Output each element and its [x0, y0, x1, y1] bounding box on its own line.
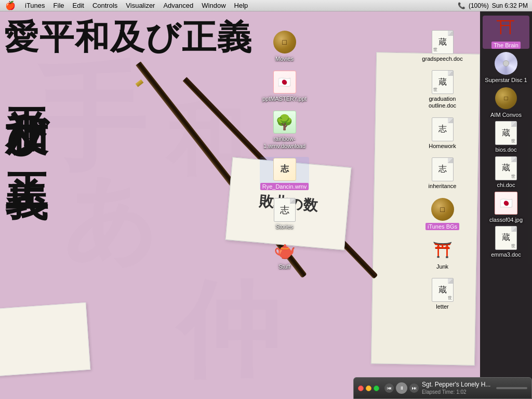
emma3-label: emma3.doc: [491, 251, 521, 258]
itunes-player: ⏮ ⏸ ⏭ Sgt. Pepper's Lonely H... Elapsed …: [353, 377, 532, 399]
icon-homework[interactable]: 志 Homework: [418, 117, 467, 150]
main-kanji-header: 愛平和及び正義: [4, 19, 252, 55]
classof04-label: classof04.jpg: [489, 217, 523, 223]
desktop: 手 あ 仲 和 愛平和及び正義 平和及び正義 敗北の数 Movies: [0, 11, 532, 399]
menu-file[interactable]: File: [49, 2, 69, 9]
graduation-label: graduation outline.doc: [419, 96, 466, 109]
close-button[interactable]: [358, 385, 364, 391]
minimize-button[interactable]: [366, 385, 371, 391]
icon-stuff[interactable]: 🫖 Stuff: [260, 237, 309, 270]
classof04-icon: 🇯🇵: [495, 192, 517, 215]
movies-label: Movies: [275, 56, 294, 62]
window-controls: [358, 385, 379, 391]
menu-window[interactable]: Window: [197, 2, 230, 9]
menu-help[interactable]: Help: [230, 2, 252, 9]
sidebar-icon-emma3[interactable]: 蔵 世 emma3.doc: [483, 225, 529, 258]
bg-kanji-a: あ: [62, 157, 158, 283]
letter-label: letter: [436, 303, 448, 310]
kanji-line1: 愛平和及び正義: [4, 19, 252, 55]
stuff-label: Stuff: [278, 263, 290, 270]
disc-label: Superstar Disc 1: [485, 77, 527, 84]
emma3-icon: 蔵 世: [495, 226, 517, 250]
gradspeech-label: gradspeech.doc: [422, 56, 462, 62]
icon-pptmastery[interactable]: 🇯🇵 pptMASTERY.ppt: [260, 70, 309, 102]
icon-graduation[interactable]: 蔵 世 graduation outline.doc: [418, 70, 467, 109]
brain-label: The Brain: [491, 42, 521, 49]
rainbow-icon: 🌳: [273, 111, 296, 134]
junk-label: Junk: [436, 263, 448, 270]
sidebar-icon-aim[interactable]: □ AIM Convos: [483, 86, 529, 118]
sidebar-icon-brain[interactable]: ⛩ The Brain: [483, 16, 529, 49]
bg-kanji-naka: 仲: [177, 261, 281, 399]
chi-icon: 蔵 世: [495, 156, 517, 180]
sidebar-icon-bios[interactable]: 蔵 世 bios.doc: [483, 121, 529, 153]
play-pause-button[interactable]: ⏸: [396, 382, 407, 394]
apple-menu[interactable]: 🍎: [0, 1, 21, 10]
stories-label: Stories: [275, 223, 293, 230]
torii-icon: ⛩: [497, 17, 515, 39]
icon-stories[interactable]: 志 Stories: [260, 197, 309, 230]
clock: Sun 6:32 PM: [492, 2, 528, 9]
icon-junk[interactable]: ⛩️ Junk: [418, 237, 467, 270]
sidebar-icon-chi[interactable]: 蔵 世 chi.doc: [483, 156, 529, 189]
pptmastery-label: pptMASTERY.ppt: [262, 96, 307, 102]
menubar: 🍎 iTunes File Edit Controls Visualizer A…: [0, 0, 532, 11]
bg-kanji-te: 手: [31, 43, 145, 197]
right-sidebar: ⛩ The Brain Superstar Disc 1 □ AIM Convo…: [480, 11, 532, 399]
track-elapsed: Elapsed Time: 1:02: [422, 389, 491, 395]
napkin-bottomleft: [0, 302, 90, 376]
aim-icon: □: [495, 87, 517, 109]
mid-right-icons: 蔵 世 gradspeech.doc 蔵 世 graduation outlin…: [418, 30, 475, 310]
graduation-icon: 蔵 世: [432, 70, 454, 94]
volume-control[interactable]: [496, 387, 527, 389]
junk-icon: ⛩️: [431, 238, 454, 261]
chi-label: chi.doc: [497, 182, 515, 189]
track-title: Sgt. Pepper's Lonely H...: [422, 381, 491, 389]
icon-letter[interactable]: 蔵 世 letter: [418, 277, 467, 310]
movies-icon: [273, 31, 296, 54]
menu-itunes[interactable]: iTunes: [21, 2, 49, 9]
stuff-icon: 🫖: [273, 238, 296, 261]
icon-rainbow[interactable]: 🌳 rainbow-1.wmv.download: [260, 110, 309, 149]
menu-edit[interactable]: Edit: [69, 2, 88, 9]
icon-gradspeech[interactable]: 蔵 世 gradspeech.doc: [418, 30, 467, 62]
icon-movies[interactable]: Movies: [260, 30, 309, 62]
main-kanji-vertical: 平和及び正義: [5, 74, 48, 147]
menu-advanced[interactable]: Advanced: [159, 2, 197, 9]
next-button[interactable]: ⏭: [409, 383, 419, 393]
track-info: Sgt. Pepper's Lonely H... Elapsed Time: …: [422, 381, 491, 396]
menubar-right: 📞 (100%) Sun 6:32 PM: [458, 2, 532, 9]
itunes-bgs-label: iTunes BGs: [425, 223, 459, 230]
bios-label: bios.doc: [496, 147, 517, 153]
playback-controls: ⏮ ⏸ ⏭: [384, 382, 419, 394]
inheritance-label: inheritance: [429, 183, 457, 190]
rye-dancin-label: Rye_Dancin.wmv: [260, 183, 309, 190]
maximize-button[interactable]: [374, 385, 379, 391]
icon-rye-dancin[interactable]: 志 Rye_Dancin.wmv: [260, 157, 309, 190]
aim-label: AIM Convos: [490, 112, 522, 118]
inheritance-icon: 志: [432, 157, 454, 181]
bios-icon: 蔵 世: [495, 121, 517, 145]
cd-icon: [495, 52, 517, 75]
ppt-icon: 🇯🇵: [273, 71, 296, 94]
sidebar-icon-classof04[interactable]: 🇯🇵 classof04.jpg: [483, 191, 529, 223]
gradspeech-icon: 蔵 世: [432, 30, 454, 54]
prev-button[interactable]: ⏮: [384, 383, 394, 393]
center-icons-column: Movies 🇯🇵 pptMASTERY.ppt 🌳 rainbow-1.wmv…: [260, 30, 317, 270]
stories-icon: 志: [274, 198, 296, 222]
phone-icon: 📞: [458, 2, 466, 9]
chopstick-band: [135, 79, 143, 87]
battery-indicator: (100%): [469, 2, 489, 9]
homework-icon: 志: [432, 117, 454, 141]
kanji-vertical: 平和及び正義: [5, 74, 48, 147]
rye-icon: 志: [273, 158, 296, 181]
menu-controls[interactable]: Controls: [88, 2, 122, 9]
sidebar-icon-disc[interactable]: Superstar Disc 1: [483, 51, 529, 84]
icon-inheritance[interactable]: 志 inheritance: [418, 157, 467, 190]
letter-icon: 蔵 世: [432, 278, 454, 302]
rainbow-label: rainbow-1.wmv.download: [261, 136, 308, 149]
homework-label: Homework: [429, 143, 456, 150]
itunes-bgs-icon: [431, 198, 454, 221]
icon-itunes-bgs[interactable]: iTunes BGs: [418, 197, 467, 230]
menu-visualizer[interactable]: Visualizer: [122, 2, 159, 9]
